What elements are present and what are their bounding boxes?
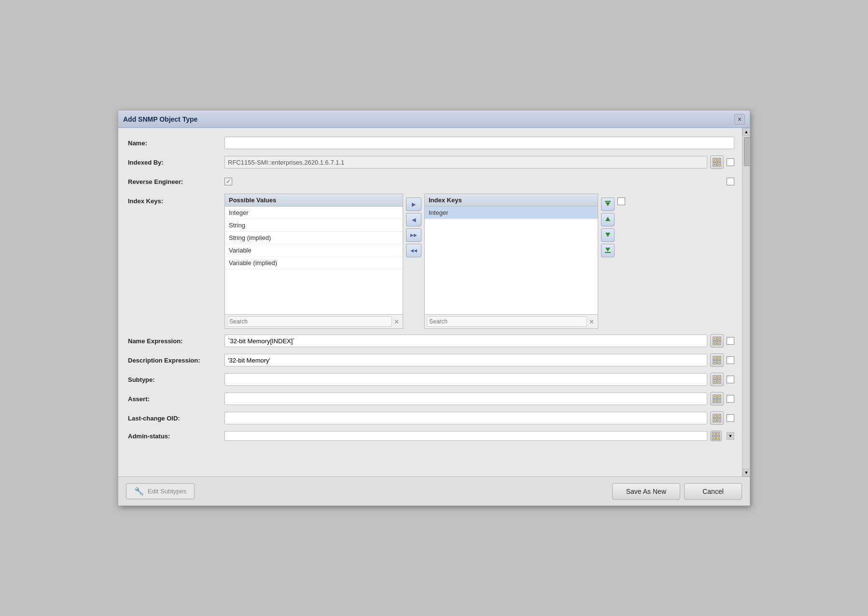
reverse-engineer-checkbox[interactable]: ✓	[224, 178, 232, 185]
svg-rect-58	[713, 433, 714, 434]
move-right-button[interactable]: ▶	[406, 197, 421, 211]
subtype-input[interactable]	[224, 373, 707, 386]
move-all-left-button[interactable]: ◀◀	[406, 244, 421, 257]
svg-rect-34	[714, 377, 715, 378]
last-change-oid-grid-button[interactable]	[710, 411, 724, 425]
indexed-by-label: Indexed By:	[128, 159, 224, 166]
name-input[interactable]	[224, 137, 734, 149]
name-expression-label: Name Expression:	[128, 337, 224, 345]
move-all-right-button[interactable]: ▶▶	[406, 228, 421, 242]
svg-rect-52	[714, 420, 715, 421]
admin-status-input[interactable]	[224, 431, 707, 441]
svg-rect-29	[718, 362, 720, 363]
assert-checkbox[interactable]	[727, 395, 734, 403]
indexed-by-grid-button[interactable]	[710, 155, 724, 169]
close-button[interactable]: ×	[734, 114, 745, 125]
cancel-button[interactable]: Cancel	[684, 483, 742, 500]
assert-input[interactable]	[224, 392, 707, 405]
possible-values-search-input[interactable]	[227, 316, 392, 327]
grid-icon	[713, 158, 721, 167]
reverse-engineer-extra-checkbox[interactable]	[727, 178, 734, 185]
list-item[interactable]: Integer	[425, 207, 598, 219]
description-expression-label: Description Expression:	[128, 357, 224, 364]
description-expression-grid-button[interactable]	[710, 353, 724, 367]
add-snmp-dialog: Add SNMP Object Type × ▲ ▼ Name: Indexed…	[118, 110, 750, 506]
order-up-icon	[604, 215, 612, 224]
svg-rect-43	[718, 396, 720, 397]
possible-values-panel: Possible Values Integer String String (i…	[224, 194, 403, 329]
svg-rect-21	[718, 342, 720, 344]
scroll-down-arrow[interactable]: ▼	[742, 469, 750, 476]
list-item[interactable]: Variable	[225, 244, 403, 257]
svg-rect-53	[718, 420, 720, 421]
partial-scroll-down[interactable]: ▼	[727, 432, 734, 440]
admin-status-label: Admin-status:	[128, 433, 224, 440]
svg-marker-10	[605, 217, 610, 221]
description-expression-checkbox[interactable]	[727, 356, 734, 364]
list-item[interactable]: String (implied)	[225, 232, 403, 244]
order-top-button[interactable]	[601, 197, 615, 211]
edit-subtypes-button[interactable]: 🔧 Edit Subtypes	[126, 483, 195, 499]
svg-rect-7	[718, 164, 720, 165]
indexed-by-input[interactable]: RFC1155-SMI::enterprises.2620.1.6.7.1.1	[224, 156, 707, 168]
index-keys-search-input[interactable]	[427, 316, 587, 327]
assert-grid-button[interactable]	[710, 392, 724, 406]
move-left-button[interactable]: ◀	[406, 213, 421, 226]
svg-rect-61	[717, 437, 719, 439]
possible-values-header: Possible Values	[225, 194, 403, 207]
svg-rect-60	[713, 437, 714, 439]
svg-rect-35	[718, 377, 720, 378]
assert-field	[224, 392, 734, 406]
scrollbar-thumb[interactable]	[744, 137, 751, 166]
order-up-button[interactable]	[601, 213, 615, 226]
admin-status-grid-button[interactable]	[710, 431, 722, 441]
index-keys-search: ✕	[425, 314, 598, 328]
assert-row: Assert:	[128, 392, 734, 406]
name-expression-grid-button[interactable]	[710, 334, 724, 348]
scroll-up-arrow[interactable]: ▲	[742, 128, 750, 136]
possible-values-list: Integer String String (implied) Variable…	[225, 207, 403, 314]
svg-marker-11	[605, 233, 610, 237]
move-left-icon: ◀	[412, 217, 416, 223]
svg-rect-5	[718, 159, 720, 161]
svg-rect-26	[714, 357, 715, 359]
svg-rect-50	[714, 415, 715, 417]
name-expression-checkbox[interactable]	[727, 337, 734, 345]
grid-icon	[713, 414, 721, 422]
svg-rect-4	[714, 159, 715, 161]
list-item[interactable]: Integer	[225, 207, 403, 219]
index-keys-list: Integer	[425, 207, 598, 314]
indexed-by-checkbox[interactable]	[727, 158, 734, 166]
svg-rect-44	[714, 400, 715, 402]
svg-rect-20	[714, 342, 715, 344]
dialog-scrollbar[interactable]: ▲ ▼	[742, 128, 750, 476]
save-as-new-button[interactable]: Save As New	[612, 483, 680, 500]
index-keys-checkbox[interactable]	[617, 197, 625, 205]
svg-rect-19	[718, 338, 720, 339]
last-change-oid-input[interactable]	[224, 412, 707, 424]
move-all-right-icon: ▶▶	[410, 233, 417, 238]
description-expression-input[interactable]: '32-bit Memory'	[224, 354, 707, 366]
footer-right: Save As New Cancel	[612, 483, 742, 500]
list-item[interactable]: String	[225, 219, 403, 232]
index-keys-list-header: Index Keys	[425, 194, 598, 207]
name-expression-input[interactable]: `32-bit Memory[INDEX]`	[224, 335, 707, 347]
indexed-by-row: Indexed By: RFC1155-SMI::enterprises.262…	[128, 155, 734, 169]
indexed-by-field: RFC1155-SMI::enterprises.2620.1.6.7.1.1	[224, 155, 734, 169]
checkmark-icon: ✓	[226, 178, 231, 185]
subtype-grid-button[interactable]	[710, 373, 724, 386]
name-expression-row: Name Expression: `32-bit Memory[INDEX]`	[128, 334, 734, 348]
index-keys-field: Possible Values Integer String String (i…	[224, 194, 734, 329]
possible-values-clear-button[interactable]: ✕	[392, 317, 401, 326]
order-down-button[interactable]	[601, 228, 615, 242]
index-keys-clear-button[interactable]: ✕	[587, 317, 596, 326]
description-expression-field: '32-bit Memory'	[224, 353, 734, 367]
reverse-engineer-field: ✓	[224, 178, 734, 185]
index-keys-panel: Index Keys Integer ✕	[424, 194, 598, 329]
admin-status-row: Admin-status: ▼	[128, 430, 734, 442]
name-expression-field: `32-bit Memory[INDEX]`	[224, 334, 734, 348]
order-bottom-button[interactable]	[601, 244, 615, 257]
last-change-oid-checkbox[interactable]	[727, 414, 734, 422]
subtype-checkbox[interactable]	[727, 376, 734, 383]
list-item[interactable]: Variable (implied)	[225, 257, 403, 269]
